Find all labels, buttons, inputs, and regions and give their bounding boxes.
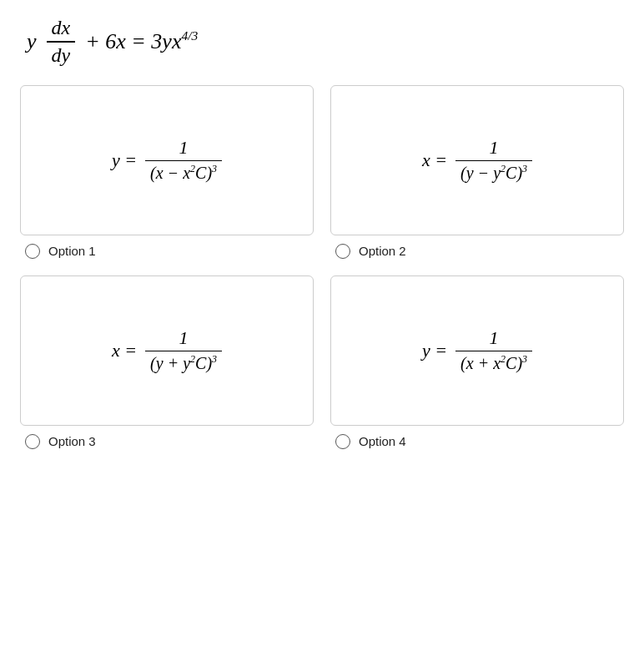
option-cell-2: x = 1 (y − y2C)3 Option 2 bbox=[330, 85, 624, 259]
option-2-label: Option 2 bbox=[359, 244, 406, 258]
option-1-radio[interactable] bbox=[25, 244, 40, 259]
option-1-label: Option 1 bbox=[48, 244, 96, 258]
options-grid: y = 1 (x − x2C)3 Option 1 x = 1 (y − y2C… bbox=[20, 85, 624, 449]
option-4-radio[interactable] bbox=[335, 434, 350, 449]
option-3-label: Option 3 bbox=[48, 434, 96, 448]
option-box-4[interactable]: y = 1 (x + x2C)3 bbox=[330, 275, 624, 426]
option-2-label-row[interactable]: Option 2 bbox=[330, 244, 624, 259]
option-3-radio[interactable] bbox=[25, 434, 40, 449]
option-3-label-row[interactable]: Option 3 bbox=[20, 434, 314, 449]
option-1-label-row[interactable]: Option 1 bbox=[20, 244, 314, 259]
option-cell-3: x = 1 (y + y2C)3 Option 3 bbox=[20, 275, 314, 449]
option-1-fraction: 1 (x − x2C)3 bbox=[145, 137, 222, 183]
option-2-formula: x = 1 (y − y2C)3 bbox=[422, 137, 532, 183]
option-3-formula: x = 1 (y + y2C)3 bbox=[112, 327, 222, 373]
option-box-3[interactable]: x = 1 (y + y2C)3 bbox=[20, 275, 314, 426]
option-box-2[interactable]: x = 1 (y − y2C)3 bbox=[330, 85, 624, 235]
option-4-formula: y = 1 (x + x2C)3 bbox=[422, 327, 532, 373]
option-1-formula: y = 1 (x − x2C)3 bbox=[112, 137, 222, 183]
option-4-label-row[interactable]: Option 4 bbox=[330, 434, 624, 449]
main-fraction: dx dy bbox=[47, 17, 76, 67]
option-box-1[interactable]: y = 1 (x − x2C)3 bbox=[20, 85, 314, 235]
option-2-radio[interactable] bbox=[335, 244, 350, 259]
option-4-label: Option 4 bbox=[359, 434, 406, 448]
option-cell-4: y = 1 (x + x2C)3 Option 4 bbox=[330, 275, 624, 449]
main-equation-display: y dx dy + 6x = 3yx4/3 bbox=[20, 17, 624, 67]
option-2-fraction: 1 (y − y2C)3 bbox=[455, 137, 532, 183]
option-cell-1: y = 1 (x − x2C)3 Option 1 bbox=[20, 85, 314, 259]
option-4-fraction: 1 (x + x2C)3 bbox=[455, 327, 532, 373]
option-3-fraction: 1 (y + y2C)3 bbox=[145, 327, 222, 373]
